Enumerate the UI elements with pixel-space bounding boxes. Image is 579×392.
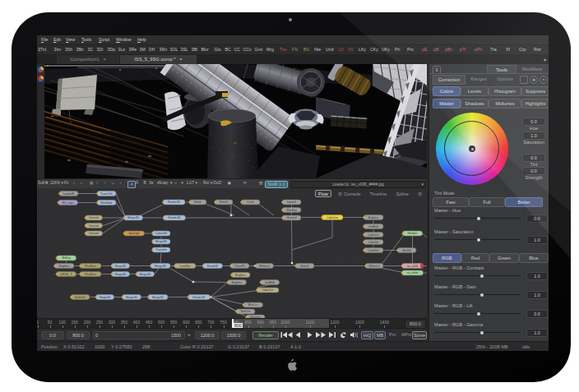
svg-text:BrtKey: BrtKey	[62, 256, 70, 260]
svg-text:Render3D: Render3D	[168, 216, 181, 219]
svg-text:BlurNode: BlurNode	[100, 201, 112, 205]
svg-text:LED3L_T: LED3L_T	[60, 273, 72, 276]
svg-text:StatColr: StatColr	[240, 310, 251, 313]
svg-text:Shape3D: Shape3D	[114, 273, 127, 276]
svg-text:Shape3D: Shape3D	[114, 265, 127, 268]
svg-text:Stitch: Stitch	[194, 201, 201, 204]
svg-text:Rendrer: Rendrer	[407, 232, 418, 235]
svg-text:CleanPlt: CleanPlt	[234, 265, 245, 268]
svg-text:BlurReg: BlurReg	[286, 209, 296, 212]
svg-text:Directnl: Directnl	[89, 216, 99, 219]
svg-text:Merge3D: Merge3D	[140, 273, 151, 276]
svg-text:ColorGn: ColorGn	[368, 241, 379, 244]
svg-text:Render3D: Render3D	[192, 296, 206, 299]
svg-text:Transfrm: Transfrm	[155, 248, 167, 251]
svg-text:BG_clips: BG_clips	[63, 201, 74, 205]
svg-text:PhotNois: PhotNois	[85, 265, 96, 268]
svg-text:GridEdit: GridEdit	[368, 225, 378, 228]
svg-text:PhotNois: PhotNois	[85, 273, 96, 276]
svg-text:ColorCrv: ColorCrv	[368, 233, 379, 237]
svg-text:SpotLght: SpotLght	[128, 232, 140, 235]
svg-text:Render3D: Render3D	[168, 201, 181, 204]
svg-text:Rendr3D: Rendr3D	[207, 265, 219, 268]
svg-text:Import1: Import1	[287, 201, 297, 204]
svg-text:WhiteLvl: WhiteLvl	[259, 265, 270, 268]
svg-text:Camra3D: Camra3D	[155, 232, 168, 235]
svg-text:Brightns: Brightns	[59, 265, 70, 268]
svg-text:Stitch2: Stitch2	[220, 201, 228, 204]
svg-text:Matte3: Matte3	[300, 265, 308, 268]
svg-text:Brightns: Brightns	[368, 216, 379, 219]
svg-text:BlurNd: BlurNd	[402, 249, 410, 252]
svg-text:Channel: Channel	[286, 216, 297, 219]
svg-text:iss_white: iss_white	[407, 271, 419, 274]
svg-text:ColorCor: ColorCor	[262, 288, 274, 292]
svg-text:Brightns: Brightns	[232, 281, 243, 284]
svg-text:TransColr: TransColr	[100, 192, 113, 196]
svg-text:Merge3D: Merge3D	[155, 265, 166, 268]
svg-text:ColorCor: ColorCor	[327, 216, 338, 219]
svg-text:ColorNul: ColorNul	[368, 249, 378, 252]
svg-text:Merge3D: Merge3D	[155, 240, 167, 243]
svg-text:Merge3D: Merge3D	[127, 216, 139, 219]
svg-text:LensFlar: LensFlar	[179, 265, 191, 268]
svg-text:WhiteLvl: WhiteLvl	[368, 265, 379, 268]
svg-text:BlurCrv: BlurCrv	[248, 303, 258, 307]
svg-text:Directnl: Directnl	[89, 232, 99, 235]
svg-text:Shape3D: Shape3D	[99, 296, 111, 299]
svg-text:Merge3D: Merge3D	[126, 296, 137, 299]
svg-text:Bulbs3D: Bulbs3D	[75, 296, 86, 299]
svg-text:LoaderBl: LoaderBl	[63, 192, 75, 196]
svg-text:Catch: Catch	[247, 201, 254, 204]
svg-text:Directnl: Directnl	[89, 224, 99, 228]
svg-text:Brightns: Brightns	[235, 274, 246, 277]
svg-text:Merge3D: Merge3D	[152, 296, 164, 299]
svg-text:iss_v006: iss_v006	[407, 265, 418, 268]
svg-text:GridEdit: GridEdit	[265, 281, 275, 284]
